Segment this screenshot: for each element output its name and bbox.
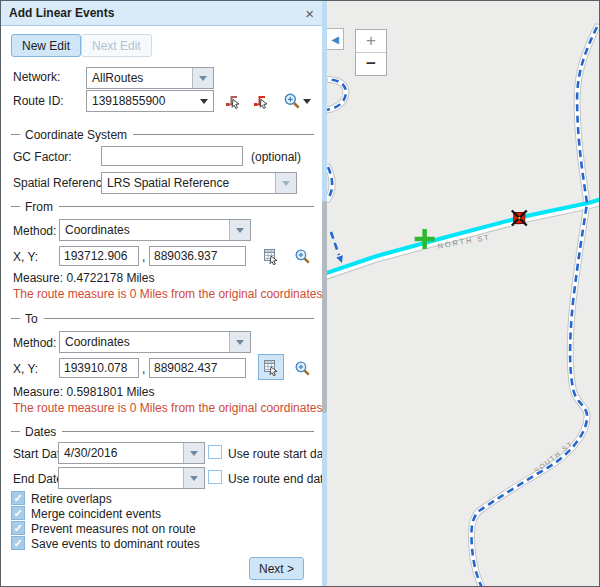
zoom-options-caret-icon[interactable] [303,99,311,104]
to-point-marker[interactable] [512,211,527,226]
to-y-input[interactable] [149,358,246,378]
from-method-dropdown[interactable]: Coordinates [59,219,251,241]
to-pick-coordinates-icon-active[interactable] [258,354,284,380]
clear-route-selection-icon[interactable] [253,92,271,113]
from-xy-comma: , [142,250,145,264]
use-route-end-date-checkbox[interactable] [208,470,222,484]
next-button[interactable]: Next > [249,557,304,580]
start-date-value: 4/30/2016 [59,446,183,460]
use-route-start-date-checkbox[interactable] [208,445,222,459]
prevent-measures-not-on-route-checkbox[interactable]: ✓ [11,521,25,535]
to-method-value: Coordinates [60,335,229,349]
map-view[interactable]: NORTH ST SOUTH ST ◀ [327,1,599,586]
coordinate-system-section-header: Coordinate System [11,128,314,141]
use-route-start-date-label: Use route start date [228,447,333,461]
from-section-header: From [11,200,314,213]
start-date-dropdown[interactable]: 4/30/2016 [58,442,205,464]
end-date-dropdown[interactable] [58,467,205,489]
collapse-left-icon: ◀ [331,34,339,45]
map-zoom-control: + − [355,29,387,76]
route-id-value: 13918855900 [87,94,200,108]
to-measure-label: Measure: [13,385,63,399]
collapse-panel-button[interactable]: ◀ [327,28,344,50]
start-date-dropdown-arrow-icon[interactable] [183,443,204,463]
to-section-header: To [11,312,314,325]
from-measure-text: Measure: 0.4722178 Miles [13,271,154,285]
add-linear-events-window: Add Linear Events × New Edit Next Edit N… [0,0,600,587]
save-events-to-dominant-routes-checkbox[interactable]: ✓ [11,536,25,550]
add-linear-events-panel: Add Linear Events × New Edit Next Edit N… [1,1,322,586]
to-method-label: Method: [13,336,56,350]
to-measure-warning: The route measure is 0 Miles from the or… [13,401,326,415]
zoom-to-route-icon[interactable] [283,92,301,113]
save-events-to-dominant-routes-label: Save events to dominant routes [31,537,200,551]
route-id-combobox[interactable]: 13918855900 [86,90,214,112]
select-route-on-map-icon[interactable] [225,92,243,113]
network-dropdown-arrow-icon[interactable] [192,68,213,88]
dates-section-header: Dates [11,425,314,438]
use-route-end-date-label: Use route end date [228,472,330,486]
from-measure-label: Measure: [13,271,63,285]
from-pick-coordinates-icon[interactable] [262,247,280,268]
gc-factor-label: GC Factor: [13,150,72,164]
to-section-label: To [25,312,38,326]
merge-coincident-events-checkbox[interactable]: ✓ [11,506,25,520]
to-x-input[interactable] [59,358,139,378]
next-edit-button: Next Edit [81,34,152,57]
to-measure-text: Measure: 0.5981801 Miles [13,385,154,399]
coordinate-system-section-label: Coordinate System [25,128,127,142]
from-measure-warning: The route measure is 0 Miles from the or… [13,287,326,301]
gc-factor-input[interactable] [101,146,243,166]
network-label: Network: [13,70,60,84]
panel-title: Add Linear Events [9,6,114,20]
new-edit-button[interactable]: New Edit [11,34,81,57]
from-measure-value: 0.4722178 Miles [66,271,154,285]
network-dropdown-value: AllRoutes [87,71,192,85]
zoom-out-button[interactable]: − [356,53,386,75]
map-canvas: NORTH ST SOUTH ST [327,1,599,586]
network-dropdown[interactable]: AllRoutes [86,67,214,89]
spatial-reference-label: Spatial Reference: [13,176,112,190]
gc-factor-optional-label: (optional) [251,150,301,164]
spatial-reference-dropdown-arrow-icon[interactable] [275,173,296,193]
route-id-dropdown-arrow-icon[interactable] [200,99,213,104]
panel-titlebar: Add Linear Events × [1,1,322,26]
spatial-reference-dropdown[interactable]: LRS Spatial Reference [101,172,297,194]
to-measure-value: 0.5981801 Miles [66,385,154,399]
merge-coincident-events-label: Merge coincident events [31,507,161,521]
from-xy-label: X, Y: [13,250,38,264]
from-method-dropdown-arrow-icon[interactable] [229,220,250,240]
from-y-input[interactable] [149,246,246,266]
from-x-input[interactable] [59,246,139,266]
from-section-label: From [25,200,53,214]
route-id-label: Route ID: [13,94,64,108]
close-icon[interactable]: × [305,6,314,21]
from-zoom-to-point-icon[interactable] [294,248,311,268]
from-method-value: Coordinates [60,223,229,237]
zoom-in-button[interactable]: + [356,30,386,53]
retire-overlaps-checkbox[interactable]: ✓ [11,491,25,505]
dates-section-label: Dates [25,425,56,439]
to-zoom-to-point-icon[interactable] [294,360,311,380]
spatial-reference-value: LRS Spatial Reference [102,176,275,190]
map-background [327,1,599,586]
end-date-dropdown-arrow-icon[interactable] [183,468,204,488]
to-xy-comma: , [142,362,145,376]
to-xy-label: X, Y: [13,362,38,376]
to-method-dropdown-arrow-icon[interactable] [229,332,250,352]
retire-overlaps-label: Retire overlaps [31,492,112,506]
to-method-dropdown[interactable]: Coordinates [59,331,251,353]
prevent-measures-not-on-route-label: Prevent measures not on route [31,522,196,536]
from-method-label: Method: [13,224,56,238]
